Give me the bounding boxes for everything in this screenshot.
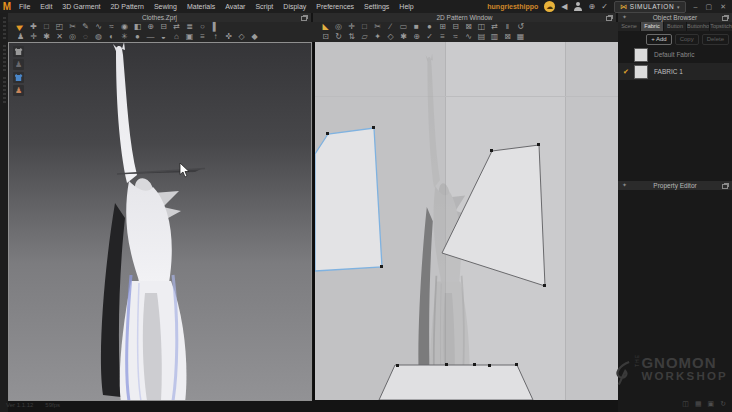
collapsed-tab[interactable] <box>3 45 6 73</box>
property-editor-titlebar[interactable]: ✦ Property Editor <box>618 181 732 190</box>
shade-tool-icon[interactable]: ◐ <box>105 32 118 42</box>
collapsed-tab[interactable] <box>3 77 6 105</box>
tab-topstitch[interactable]: Topstitch <box>710 22 732 31</box>
object-browser-titlebar[interactable]: ✦ Object Browser <box>618 13 732 22</box>
menu-edit[interactable]: Edit <box>35 0 57 13</box>
steam-tool-icon[interactable]: ≣ <box>183 22 196 32</box>
show-garment-icon[interactable] <box>13 46 24 57</box>
simulation-button[interactable]: ⋈ SIMULATION ▾ <box>614 1 686 13</box>
close-tool-icon[interactable]: ⊠ <box>462 22 475 32</box>
list-tool-icon[interactable]: ≡ <box>196 32 209 42</box>
redo-tool-icon[interactable]: ↻ <box>332 32 345 42</box>
up-tool-icon[interactable]: ↑ <box>209 32 222 42</box>
show-arrangement-icon[interactable] <box>13 72 24 83</box>
dot-tool-icon[interactable]: ● <box>131 32 144 42</box>
circle-tool-icon[interactable]: ● <box>423 22 436 32</box>
cols-tool-icon[interactable]: ▥ <box>488 32 501 42</box>
pattern-piece-bottom[interactable] <box>379 365 533 400</box>
check-tool-icon[interactable]: ✓ <box>423 32 436 42</box>
fold-tool-icon[interactable]: ◧ <box>131 22 144 32</box>
mesh-tool-icon[interactable]: ▦ <box>514 32 527 42</box>
maximize-button[interactable]: ▢ <box>704 3 715 11</box>
edit-pattern-tool-icon[interactable]: ◰ <box>53 22 66 32</box>
pin-tool-icon[interactable]: ◉ <box>118 22 131 32</box>
tab-scene[interactable]: Scene <box>618 22 640 31</box>
pattern2d-titlebar[interactable]: 2D Pattern Window <box>313 13 616 22</box>
solid-diamond-tool-icon[interactable]: ◆ <box>248 32 261 42</box>
globe-icon[interactable]: ⊕ <box>588 1 595 12</box>
rows-tool-icon[interactable]: ▤ <box>475 32 488 42</box>
menu-3d-garment[interactable]: 3D Garment <box>57 0 105 13</box>
show-avatar-icon[interactable]: ♟ <box>13 59 24 70</box>
add-point-tool-icon[interactable]: ✛ <box>345 22 358 32</box>
menu-settings[interactable]: Settings <box>359 0 394 13</box>
menu-script[interactable]: Script <box>250 0 278 13</box>
menu-display[interactable]: Display <box>278 0 311 13</box>
delete-button[interactable]: Delete <box>702 34 729 45</box>
pin-icon[interactable]: ✦ <box>622 181 627 190</box>
fabric-swatch[interactable] <box>634 65 648 79</box>
polygon-tool-icon[interactable]: ▭ <box>397 22 410 32</box>
account-icon[interactable] <box>573 2 582 11</box>
menu-2d-pattern[interactable]: 2D Pattern <box>105 0 148 13</box>
cut-tool-icon[interactable]: ✂ <box>371 22 384 32</box>
add-point-tool-icon[interactable]: ✚ <box>27 22 40 32</box>
copy-button[interactable]: Copy <box>675 34 699 45</box>
pin-icon[interactable]: ✦ <box>622 13 627 22</box>
avatar-tool-icon[interactable]: ♟ <box>14 32 27 42</box>
grade-tool-icon[interactable]: ⊞ <box>436 22 449 32</box>
delete-tool-icon[interactable]: ✕ <box>53 32 66 42</box>
fabric-row[interactable]: ✔FABRIC 1 <box>618 63 732 80</box>
cross-tool-icon[interactable]: ✜ <box>222 32 235 42</box>
notch-tool-icon[interactable]: ✱ <box>397 32 410 42</box>
remove-tool-icon[interactable]: ⊟ <box>449 22 462 32</box>
viewport-2d-pattern[interactable] <box>313 42 618 400</box>
flip-tool-icon[interactable]: ⇅ <box>345 32 358 42</box>
show-bust-icon[interactable]: ♟ <box>13 85 24 96</box>
circle-tool-icon[interactable]: ○ <box>196 22 209 32</box>
menu-sewing[interactable]: Sewing <box>149 0 182 13</box>
add-rectangle-tool-icon[interactable]: □ <box>40 22 53 32</box>
menu-avatar[interactable]: Avatar <box>220 0 250 13</box>
dart-tool-icon[interactable]: ■ <box>410 22 423 32</box>
flower-tool-icon[interactable]: ✳ <box>118 32 131 42</box>
swap-tool-icon[interactable]: ⇄ <box>488 22 501 32</box>
arrangement-tool-icon[interactable]: ✛ <box>27 32 40 42</box>
home-tool-icon[interactable]: ⌂ <box>170 32 183 42</box>
seam-tool-icon[interactable]: ⊕ <box>410 32 423 42</box>
tab-button[interactable]: Button <box>664 22 686 31</box>
grid-tool-icon[interactable]: ▣ <box>183 32 196 42</box>
add-rectangle-tool-icon[interactable]: □ <box>358 22 371 32</box>
segment-sewing-tool-icon[interactable]: ∿ <box>92 22 105 32</box>
elastic-tool-icon[interactable]: ≈ <box>449 32 462 42</box>
mirror-tool-icon[interactable]: ◫ <box>475 22 488 32</box>
half-tool-icon[interactable]: ◒ <box>157 32 170 42</box>
measure-tool-icon[interactable]: ✱ <box>40 32 53 42</box>
skew-tool-icon[interactable]: ▱ <box>358 32 371 42</box>
pen-tool-icon[interactable]: ✎ <box>79 22 92 32</box>
collapsed-panel-strip[interactable] <box>0 13 8 412</box>
viewport-3d[interactable]: ♟♟ <box>8 42 312 401</box>
sound-icon[interactable]: ◀ <box>561 1 567 12</box>
transform-pattern-tool-icon[interactable]: ◣ <box>319 22 332 32</box>
tab-fabric[interactable]: Fabric <box>641 22 663 31</box>
layout-quad-icon[interactable]: ▦ <box>695 400 702 408</box>
add-button[interactable]: + Add <box>646 34 672 45</box>
pause-tool-icon[interactable]: ‖ <box>501 22 514 32</box>
collapsed-tab[interactable] <box>3 17 6 39</box>
fabric-row[interactable]: Default Fabric <box>618 46 732 63</box>
menu-file[interactable]: File <box>14 0 35 13</box>
sync-tool-icon[interactable]: ⇄ <box>170 22 183 32</box>
tack-tool-icon[interactable]: ⊕ <box>144 22 157 32</box>
menu-help[interactable]: Help <box>394 0 418 13</box>
shirring-tool-icon[interactable]: ∿ <box>462 32 475 42</box>
menu-preferences[interactable]: Preferences <box>311 0 359 13</box>
signature-icon[interactable]: ✓ <box>601 1 608 12</box>
bound-tool-icon[interactable]: ⊠ <box>501 32 514 42</box>
texture-tool-icon[interactable]: ◍ <box>92 32 105 42</box>
line-tool-icon[interactable]: — <box>144 32 157 42</box>
popout-icon[interactable] <box>722 16 728 21</box>
sparkle-tool-icon[interactable]: ✦ <box>371 32 384 42</box>
cut-tool-icon[interactable]: ✂ <box>66 22 79 32</box>
viewport3d-titlebar[interactable]: Clothes.Zprj <box>8 13 311 22</box>
